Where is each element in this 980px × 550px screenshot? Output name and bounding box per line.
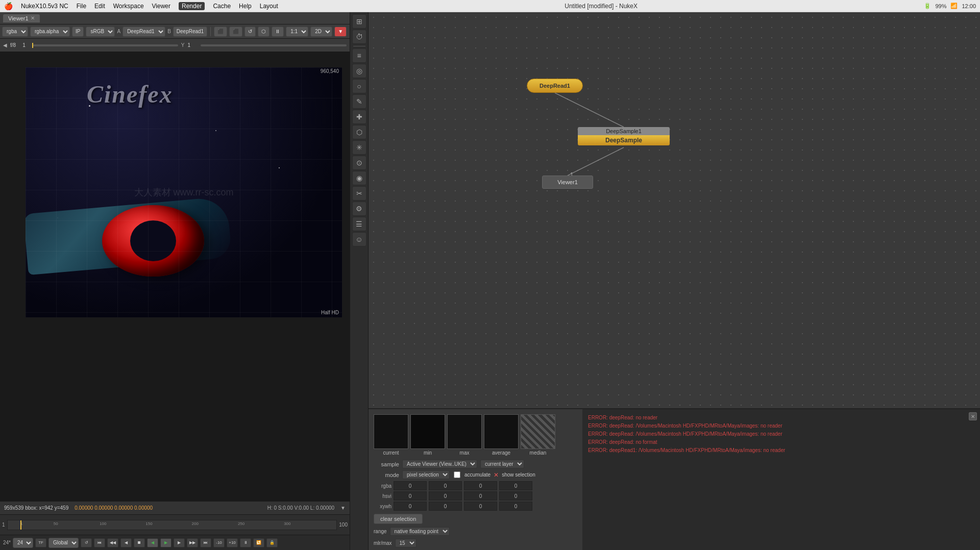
range-select[interactable]: Global xyxy=(48,538,79,548)
rt-circle-btn[interactable]: ◎ xyxy=(352,64,366,78)
menu-nuke[interactable]: NukeX10.5v3 NC xyxy=(21,3,68,10)
y-slider[interactable] xyxy=(201,44,347,46)
first-frame-btn[interactable]: ⏮ xyxy=(94,538,105,547)
viewer-canvas-area: Cinefex 960,540 Half HD 大人素材 www.rr-sc.c… xyxy=(0,52,350,501)
swatch-median: median xyxy=(521,414,555,456)
play-back-btn[interactable]: ◀ xyxy=(147,538,158,547)
sample-select[interactable]: Active Viewer (View..UKE) xyxy=(402,460,477,468)
wifi-icon: 📶 xyxy=(950,3,958,9)
stop-btn[interactable]: ⏹ xyxy=(134,538,145,547)
step-back-btn[interactable]: ◀ xyxy=(120,538,132,547)
sep1 xyxy=(210,27,211,36)
prev-frame-btn[interactable]: ◀◀ xyxy=(107,538,118,547)
rt-menu-btn[interactable]: ≡ xyxy=(352,48,366,63)
rt-timer-btn[interactable]: ⏱ xyxy=(352,30,366,44)
tick-200: 200 xyxy=(192,521,199,526)
pixel-coords: 959x539 bbox: x=942 y=459 xyxy=(4,505,68,511)
chevron-down-icon[interactable]: ▼ xyxy=(334,27,347,37)
rt-face-btn[interactable]: ☺ xyxy=(352,232,366,246)
range-value-select[interactable]: native floating point xyxy=(390,527,450,536)
node-deepread1[interactable]: DeepRead1 xyxy=(527,79,583,93)
rgba-a-value: 0 xyxy=(499,481,532,490)
viewer-tab-close[interactable]: ✕ xyxy=(31,15,35,21)
mlr-select[interactable]: 15 xyxy=(395,539,416,547)
frame-start: 1 xyxy=(2,522,5,528)
menu-help[interactable]: Help xyxy=(239,3,252,10)
icon-b[interactable]: ⬛ xyxy=(229,27,242,37)
rt-gear-btn[interactable]: ⚙ xyxy=(352,202,366,216)
mode-label: mode xyxy=(374,472,399,478)
xywh-row-label: xywh xyxy=(374,504,391,509)
viewer-tab[interactable]: Viewer1 ✕ xyxy=(3,14,40,22)
rt-hex-btn[interactable]: ⬡ xyxy=(352,125,366,139)
rt-dot-btn[interactable]: ⊙ xyxy=(352,156,366,170)
lock-btn[interactable]: 🔒 xyxy=(266,538,278,547)
skip-btn[interactable]: ⏭ xyxy=(200,538,211,547)
rt-grid-btn[interactable]: ⊞ xyxy=(352,14,366,29)
menu-workspace[interactable]: Workspace xyxy=(113,3,144,10)
hsvi-h-value: 0 xyxy=(394,491,427,501)
rt-star-btn[interactable]: ✳ xyxy=(352,140,366,155)
zoom-select[interactable]: 1:1 xyxy=(286,27,308,37)
clear-selection-button[interactable]: clear selection xyxy=(374,514,423,524)
range-label: range xyxy=(374,529,387,534)
menu-render[interactable]: Render xyxy=(179,2,205,10)
rt-scissor-btn[interactable]: ✂ xyxy=(352,186,366,201)
menu-viewer[interactable]: Viewer xyxy=(152,3,170,10)
play-fwd-btn[interactable]: ▶ xyxy=(160,538,172,547)
tf-btn[interactable]: TF xyxy=(35,538,46,547)
alpha-select[interactable]: rgba.alpha xyxy=(30,27,70,37)
arrow-left-icon[interactable]: ◀ xyxy=(3,42,7,48)
channel-select[interactable]: rgba xyxy=(2,27,28,37)
rt-ring-btn[interactable]: ○ xyxy=(352,79,366,93)
error-close-btn[interactable]: ✕ xyxy=(969,412,977,420)
frame-slider[interactable] xyxy=(32,44,178,46)
10-fwd-btn[interactable]: +10 xyxy=(227,538,238,547)
frame-slider-handle xyxy=(32,43,33,48)
node-viewer1[interactable]: Viewer1 xyxy=(542,176,593,189)
tick-50: 50 xyxy=(54,521,58,526)
menu-edit[interactable]: Edit xyxy=(94,3,105,10)
chevron-btn[interactable]: ▼ xyxy=(340,505,346,511)
timeline-scale[interactable]: 1 50 100 150 200 250 300 xyxy=(7,520,337,530)
rt-add-btn[interactable]: ✚ xyxy=(352,110,366,124)
apple-menu[interactable]: 🍎 xyxy=(4,2,13,10)
step-fwd-btn[interactable]: ▶ xyxy=(174,538,185,547)
pause-btn[interactable]: ⏸ xyxy=(240,538,251,547)
swatch-current: current xyxy=(374,414,408,456)
next-frame-btn[interactable]: ▶▶ xyxy=(187,538,198,547)
loop-btn[interactable]: 🔁 xyxy=(253,538,264,547)
rt-pen-btn[interactable]: ✎ xyxy=(352,94,366,109)
accumulate-checkbox[interactable] xyxy=(454,471,460,478)
mode-select-panel[interactable]: pixel selection xyxy=(402,470,450,479)
icon-c[interactable]: ↺ xyxy=(244,27,256,37)
icon-d[interactable]: ⬡ xyxy=(258,27,270,37)
deepsample-header: DeepSample1 xyxy=(578,127,670,135)
error-line-4: ERROR: deepRead: no format xyxy=(588,439,975,446)
viewer-toolbar-2: ◀ f/8 1 Y 1 xyxy=(0,39,350,52)
color-values-display: 0.00000 0.00000 0.00000 0.00000 xyxy=(75,505,153,511)
error-line-1: ERROR: deepRead: no reader xyxy=(588,414,975,421)
ip-btn[interactable]: IP xyxy=(72,27,84,37)
layer-select[interactable]: current layer xyxy=(480,460,524,468)
clock: 12:00 xyxy=(962,3,976,9)
rt-list-btn[interactable]: ☰ xyxy=(352,217,366,231)
hsvi-v-value: 0 xyxy=(464,491,497,501)
fps-select[interactable]: 24 xyxy=(13,538,33,548)
menu-file[interactable]: File xyxy=(77,3,86,10)
icon-a[interactable]: ⬛ xyxy=(214,27,227,37)
icon-e[interactable]: ⏸ xyxy=(272,27,284,37)
menu-layout[interactable]: Layout xyxy=(260,3,278,10)
rgba-r-value: 0 xyxy=(394,481,427,490)
colorspace-select[interactable]: sRGB xyxy=(86,27,115,37)
swatch-min-label: min xyxy=(424,450,432,456)
a-node-select[interactable]: DeepRead1 xyxy=(122,27,165,37)
b-node-btn[interactable]: DeepRead1 xyxy=(173,27,207,37)
rt-eye-btn[interactable]: ◉ xyxy=(352,171,366,185)
refresh-btn[interactable]: ↺ xyxy=(81,538,92,547)
node-deepsample[interactable]: DeepSample1 DeepSample xyxy=(578,127,670,145)
timeline-bar[interactable]: 1 1 50 100 150 200 250 300 100 xyxy=(0,514,350,535)
menu-cache[interactable]: Cache xyxy=(213,3,231,10)
mode-select[interactable]: 2D xyxy=(310,27,332,37)
10-back-btn[interactable]: -10 xyxy=(213,538,225,547)
